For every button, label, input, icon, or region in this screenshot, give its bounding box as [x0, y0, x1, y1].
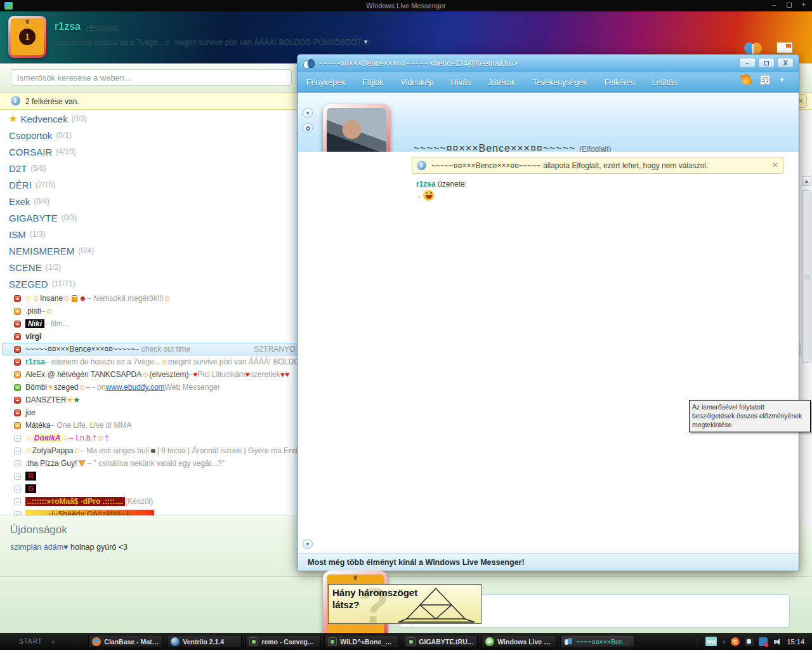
os-titlebar: Windows Live Messenger – + [0, 0, 812, 11]
webcam-icon[interactable] [303, 123, 313, 133]
tray-expand[interactable]: + [722, 638, 726, 646]
status-menu-caret[interactable]: ▼ [363, 39, 369, 45]
contact-text: † [93, 434, 97, 442]
search-input[interactable] [11, 69, 292, 86]
status-icon-busy [14, 359, 21, 366]
taskbar-button[interactable]: ClanBase - Match C... [88, 635, 163, 648]
contact-text: – [41, 307, 46, 315]
restore-button[interactable] [787, 3, 792, 8]
chat-maximize-button[interactable] [758, 58, 775, 68]
taskbar-button-label: ClanBase - Match C... [104, 638, 159, 646]
avatar[interactable]: ♛ 1 [8, 16, 46, 58]
contact-text: ☀ [67, 395, 74, 404]
scrollbar-thumb[interactable] [802, 190, 811, 363]
user-personal-message[interactable]: istenem de hosszu ez a 7vége...☺ megint … [55, 37, 371, 46]
contact-text: .pisti [25, 307, 41, 315]
taskbar: START + ⋮ ClanBase - Match C...Ventrilo … [0, 633, 812, 650]
chat-minimize-button[interactable]: – [739, 58, 756, 68]
menu-hívás[interactable]: Hívás [450, 78, 471, 87]
collapse-header-button[interactable]: ▼ [303, 108, 313, 118]
contact-text: – istenem de hosszu ez a 7vége... [45, 357, 160, 366]
taskbar-button[interactable]: GIGABYTE.tRUStY - C... [403, 635, 478, 648]
chat-close-button[interactable]: X [777, 58, 794, 68]
desktop: Windows Live Messenger – + ♛ 1 r1zsa (El… [0, 0, 812, 650]
contact-text: Insane [40, 294, 63, 303]
contact-link[interactable]: www.ebuddy.com [105, 383, 164, 392]
group-name: GIGABYTE [9, 213, 58, 223]
volume-tray-icon[interactable] [773, 637, 782, 646]
close-button[interactable]: + [802, 1, 806, 8]
status-icon-offline [14, 486, 21, 493]
taskbar-button[interactable]: remo - Csevegés ab... [246, 635, 320, 648]
group-count: (2/15) [36, 180, 55, 189]
contact-text: ☆ [25, 434, 32, 442]
window-title: Windows Live Messenger [0, 2, 812, 10]
menu-videokép[interactable]: Videokép [401, 78, 434, 87]
group-name: CORSAIR [9, 147, 52, 157]
contact-text: ♥♥ [280, 370, 289, 379]
minimize-button[interactable]: – [772, 1, 776, 8]
contact-text: Bömbi [25, 383, 47, 392]
chat-icon [249, 637, 258, 646]
show-menu-icon[interactable] [760, 75, 770, 85]
menu-letiltás[interactable]: Letiltás [652, 78, 678, 87]
contact-text: ☺ [32, 294, 40, 303]
contact-text: (elvesztem) [149, 370, 188, 379]
start-button[interactable]: START [19, 638, 43, 645]
taskbar-button[interactable]: ~~~~¤¤×××Bence××... [560, 635, 635, 648]
scrollbar-up-arrow[interactable]: ▲ [802, 176, 811, 186]
status-tray-icon[interactable] [759, 637, 768, 646]
contact-text: – Nemsoká megérök!!! [87, 294, 164, 303]
contact-text: ☆ [73, 446, 80, 455]
taskbar-button[interactable]: Windows Live Mess... [481, 635, 556, 648]
menu-fájlok[interactable]: Fájlok [362, 78, 383, 87]
menu-caret-icon[interactable]: ▼ [779, 77, 785, 83]
contact-text: DANSZTER [25, 395, 67, 404]
contact-text: ☺ [141, 370, 149, 379]
contact-text: ☀ [47, 383, 54, 392]
contact-text: szeretlek [250, 370, 280, 379]
user-name[interactable]: r1zsa [55, 21, 81, 32]
contact-list-scrollbar[interactable]: ▲ [801, 110, 812, 526]
contact-text: ♥ [193, 370, 197, 379]
contact-text: AleEx @ hétvégén TANKCSAPDA [25, 370, 141, 379]
status-icon-offline [14, 511, 21, 516]
taskbar-button[interactable]: Ventrilo 2.1.4 [167, 635, 242, 648]
chat-titlebar[interactable]: ~~~~~¤¤×××Bence×××¤¤~~~~~ <bence134@free… [298, 55, 799, 72]
news-contact-link[interactable]: szimplán ádám♥ [10, 543, 69, 552]
group-name: Csoportok [9, 130, 52, 141]
system-tray: ⋮ HU + 15:14 [694, 637, 804, 646]
status-icon-away [14, 371, 21, 378]
contact-text: ☻ [79, 294, 87, 303]
taskbar-plus[interactable]: + [51, 638, 55, 646]
status-icon-busy [14, 409, 21, 416]
group-count: (0/4) [78, 246, 94, 255]
status-icon-offline [14, 473, 21, 480]
status-icon-online [14, 384, 21, 391]
user-status[interactable]: (Elfoglalt) [86, 23, 119, 32]
menu-tevékenységek[interactable]: Tevékenységek [532, 78, 587, 87]
contact-text: ☺ [78, 383, 86, 392]
taskbar-button[interactable]: WiLD^«Bone_DaDD... [324, 635, 399, 648]
messenger-tray-icon[interactable] [745, 637, 754, 646]
contact-text: G [25, 484, 36, 493]
status-icon-busy [14, 333, 21, 340]
taskbar-button-label: GIGABYTE.tRUStY - C... [419, 638, 474, 646]
status-icon-busy [14, 295, 21, 302]
contact-text: ☺ [63, 294, 70, 303]
menu-felkérés[interactable]: Felkérés [605, 78, 635, 87]
taskbar-button-label: ~~~~¤¤×××Bence××... [576, 638, 631, 646]
notification-text: 2 felkérése van. [25, 97, 79, 106]
collapse-own-picture-button[interactable]: ▼ [303, 539, 313, 549]
group-name: Kedvencek [20, 114, 67, 124]
contact-text: ☆ [25, 294, 32, 303]
menu-játékok[interactable]: Játékok [488, 78, 515, 87]
taskbar-button-label: remo - Csevegés ab... [261, 638, 317, 646]
menu-fényképek[interactable]: Fényképek [306, 78, 345, 87]
history-icon[interactable] [740, 73, 752, 86]
ad-banner[interactable]: ? Hány háromszögetlátsz? [328, 584, 481, 624]
chat-message-area: i ~~~~~¤¤×××Bence×××¤¤~~~~~ állapota Elf… [298, 152, 799, 553]
gigabyte-tray-icon[interactable] [731, 637, 740, 646]
language-indicator[interactable]: HU [705, 637, 717, 646]
infobar-close-button[interactable]: ✕ [772, 161, 778, 169]
